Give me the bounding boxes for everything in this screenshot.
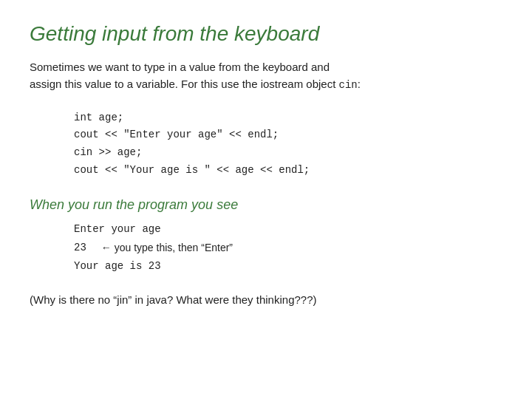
code-line-2: cout << "Enter your age" << endl; [74,126,502,144]
output-line-1: Enter your age [74,220,502,239]
output-text-1: Enter your age [74,220,161,239]
output-line-2: 23 ← you type this, then “Enter” [74,239,502,257]
when-run-title: When you run the program you see [30,197,502,213]
output-text-2: 23 [74,239,86,257]
intro-colon: : [358,78,361,90]
code-line-4: cout << "Your age is " << age << endl; [74,162,502,180]
footer-text: (Why is there no “jin” in java? What wer… [30,292,502,309]
intro-line1: Sometimes we want to type in a value fro… [30,61,330,73]
output-line-3: Your age is 23 [74,257,502,276]
code-block: int age; cout << "Enter your age" << end… [74,109,502,180]
intro-line2: assign this value to a variable. For thi… [30,78,339,90]
output-block: Enter your age 23 ← you type this, then … [74,220,502,276]
output-text-3: Your age is 23 [74,257,161,276]
slide: Getting input from the keyboard Sometime… [0,0,532,399]
intro-paragraph: Sometimes we want to type in a value fro… [30,59,502,93]
slide-title: Getting input from the keyboard [30,22,502,46]
code-line-1: int age; [74,109,502,127]
output-note-2: ← you type this, then “Enter” [101,239,233,257]
code-line-3: cin >> age; [74,144,502,162]
cin-keyword: cin [339,79,358,91]
